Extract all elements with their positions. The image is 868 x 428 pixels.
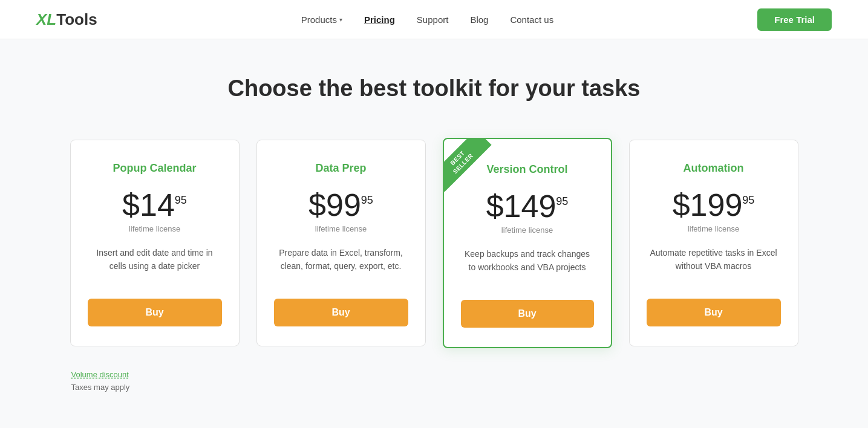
price-main: $14 xyxy=(122,189,175,221)
card-product-name: Version Control xyxy=(486,163,567,176)
nav-products[interactable]: Products ▾ xyxy=(301,15,342,25)
card-description: Keep backups and track changes to workbo… xyxy=(461,248,594,282)
logo-tools: Tools xyxy=(56,10,97,28)
pricing-cards: Popup Calendar $1495 lifetime license In… xyxy=(70,138,798,348)
logo-xl: XL xyxy=(36,10,56,28)
price-block: $19995 xyxy=(673,189,755,221)
card-product-name: Data Prep xyxy=(315,162,366,175)
card-product-name: Popup Calendar xyxy=(113,162,196,175)
pricing-card-version-control: BESTSELLER Version Control $14995 lifeti… xyxy=(443,138,612,348)
buy-button[interactable]: Buy xyxy=(461,300,594,328)
price-block: $9995 xyxy=(308,189,373,221)
nav-blog[interactable]: Blog xyxy=(470,15,488,25)
footer-notes: Volume discount Taxes may apply xyxy=(71,370,130,392)
buy-button[interactable]: Buy xyxy=(88,299,222,326)
price-block: $1495 xyxy=(122,189,187,221)
volume-discount-link[interactable]: Volume discount xyxy=(71,370,130,379)
nav-contact[interactable]: Contact us xyxy=(510,15,553,25)
card-description: Prepare data in Excel, transform, clean,… xyxy=(274,247,408,280)
pricing-card-automation: Automation $19995 lifetime license Autom… xyxy=(629,140,798,346)
best-seller-ribbon: BESTSELLER xyxy=(444,139,492,192)
price-block: $14995 xyxy=(486,190,569,222)
price-label: lifetime license xyxy=(129,224,180,233)
price-main: $99 xyxy=(308,189,361,221)
site-logo[interactable]: XLTools xyxy=(36,10,97,29)
price-label: lifetime license xyxy=(501,225,553,235)
card-product-name: Automation xyxy=(684,162,744,175)
buy-button[interactable]: Buy xyxy=(647,299,781,326)
card-description: Automate repetitive tasks in Excel witho… xyxy=(647,247,781,280)
page-title: Choose the best toolkit for your tasks xyxy=(228,76,641,102)
free-trial-button[interactable]: Free Trial xyxy=(757,8,832,31)
taxes-note: Taxes may apply xyxy=(71,383,130,392)
price-label: lifetime license xyxy=(315,224,367,233)
main-nav: Products ▾ Pricing Support Blog Contact … xyxy=(301,15,553,25)
price-sup: 95 xyxy=(742,194,754,207)
chevron-down-icon: ▾ xyxy=(339,16,342,23)
price-sup: 95 xyxy=(361,194,373,207)
buy-button[interactable]: Buy xyxy=(274,299,408,326)
pricing-card-popup-calendar: Popup Calendar $1495 lifetime license In… xyxy=(70,140,240,346)
nav-support[interactable]: Support xyxy=(417,15,449,25)
card-description: Insert and edit date and time in cells u… xyxy=(88,247,222,280)
pricing-card-data-prep: Data Prep $9995 lifetime license Prepare… xyxy=(256,140,426,346)
price-sup: 95 xyxy=(175,194,187,207)
price-main: $149 xyxy=(486,190,556,222)
price-label: lifetime license xyxy=(688,224,739,233)
nav-pricing[interactable]: Pricing xyxy=(364,15,395,25)
price-sup: 95 xyxy=(556,195,568,208)
price-main: $199 xyxy=(673,189,743,221)
